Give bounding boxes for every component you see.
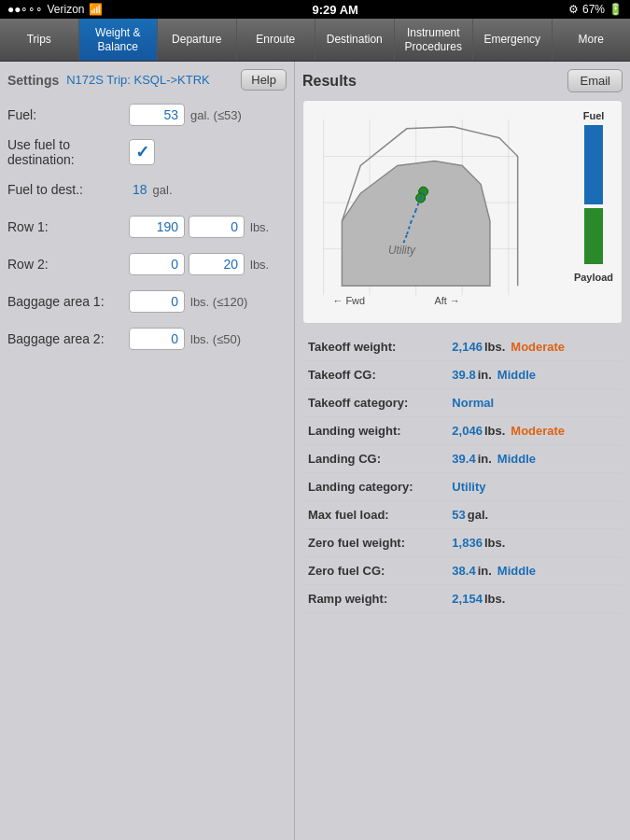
tab-trips[interactable]: Trips	[0, 19, 79, 61]
settings-title: Settings	[7, 73, 59, 88]
baggage1-row: Baggage area 1: lbs. (≤120)	[7, 287, 287, 316]
table-row: Takeoff category: Normal	[302, 389, 623, 417]
result-val-5: Utility	[446, 473, 623, 501]
panel-header: Settings N172S Trip: KSQL->KTRK Help	[7, 69, 287, 91]
fuel-label: Fuel:	[7, 107, 129, 122]
results-table: Takeoff weight: 2,146 lbs. Moderate Take…	[302, 333, 623, 613]
svg-text:← Fwd: ← Fwd	[333, 295, 366, 306]
table-row: Landing weight: 2,046 lbs. Moderate	[302, 417, 623, 445]
result-key-0: Takeoff weight:	[302, 333, 446, 361]
payload-legend-label: Payload	[574, 272, 613, 283]
result-val-0: 2,146 lbs. Moderate	[446, 333, 623, 361]
carrier-label: Verizon	[48, 3, 85, 16]
fuel-unit: gal. (≤53)	[190, 108, 242, 122]
table-row: Ramp weight: 2,154 lbs.	[302, 585, 623, 613]
help-button[interactable]: Help	[241, 69, 287, 91]
cg-chart: Utility ← Fwd Aft →	[302, 100, 623, 324]
result-val-8: 38.4 in. Middle	[446, 557, 623, 585]
status-time: 9:29 AM	[313, 3, 358, 17]
fuel-input[interactable]	[129, 104, 185, 126]
fuel-to-dest-label: Fuel to dest.:	[7, 182, 129, 197]
chart-legend: Fuel Payload	[566, 101, 622, 323]
baggage2-label: Baggage area 2:	[7, 331, 129, 346]
battery-icon: 🔋	[609, 3, 623, 16]
tab-destination[interactable]: Destination	[315, 19, 395, 61]
result-key-1: Takeoff CG:	[302, 361, 446, 389]
row2-inputs	[129, 253, 245, 275]
result-key-9: Ramp weight:	[302, 585, 446, 613]
baggage1-input[interactable]	[129, 290, 185, 313]
result-val-2: Normal	[446, 389, 623, 417]
result-key-4: Landing CG:	[302, 445, 446, 473]
result-val-4: 39.4 in. Middle	[446, 445, 623, 473]
fuel-to-dest-row: Fuel to dest.: 18 gal.	[7, 175, 287, 204]
tab-enroute[interactable]: Enroute	[237, 19, 316, 61]
row1-row: Row 1: lbs.	[7, 212, 287, 242]
baggage2-row: Baggage area 2: lbs. (≤50)	[7, 324, 287, 354]
chart-area: Utility ← Fwd Aft →	[303, 101, 566, 323]
fuel-row: Fuel: gal. (≤53)	[7, 100, 287, 130]
result-key-7: Zero fuel weight:	[302, 529, 446, 557]
bluetooth-icon: ⚙	[568, 3, 579, 16]
trip-subtitle: N172S Trip: KSQL->KTRK	[66, 73, 210, 87]
email-button[interactable]: Email	[567, 69, 623, 92]
check-icon: ✓	[135, 142, 149, 162]
use-fuel-row: Use fuel todestination: ✓	[7, 137, 287, 167]
row2-input2[interactable]	[189, 253, 245, 275]
fuel-to-dest-unit: gal.	[153, 183, 173, 197]
settings-panel: Settings N172S Trip: KSQL->KTRK Help Fue…	[0, 62, 295, 840]
use-fuel-label: Use fuel todestination:	[7, 137, 129, 167]
signal-dots: ●●∘∘∘	[7, 3, 44, 16]
result-val-7: 1,836 lbs.	[446, 529, 623, 557]
tab-emergency[interactable]: Emergency	[473, 19, 553, 61]
row1-inputs	[129, 216, 245, 238]
results-header: Results Email	[302, 69, 623, 92]
fuel-legend-label: Fuel	[583, 110, 605, 121]
status-bar: ●●∘∘∘ Verizon 📶 9:29 AM ⚙ 67% 🔋	[0, 0, 630, 19]
row1-label: Row 1:	[7, 219, 129, 234]
results-title: Results	[302, 73, 357, 90]
tab-weight-balance[interactable]: Weight &Balance	[79, 19, 159, 61]
baggage1-unit: lbs. (≤120)	[190, 295, 247, 309]
battery-label: 67%	[582, 3, 605, 16]
table-row: Zero fuel CG: 38.4 in. Middle	[302, 557, 623, 585]
table-row: Landing category: Utility	[302, 473, 623, 501]
result-val-3: 2,046 lbs. Moderate	[446, 417, 623, 445]
row2-input1[interactable]	[129, 253, 185, 275]
row1-unit: lbs.	[250, 220, 269, 234]
tab-departure[interactable]: Departure	[158, 19, 237, 61]
results-panel: Results Email Util	[295, 62, 630, 840]
wifi-icon: 📶	[89, 3, 103, 16]
table-row: Max fuel load: 53 gal.	[302, 501, 623, 529]
result-val-6: 53 gal.	[446, 501, 623, 529]
status-left: ●●∘∘∘ Verizon 📶	[7, 3, 103, 16]
row2-unit: lbs.	[250, 258, 269, 272]
table-row: Takeoff CG: 39.8 in. Middle	[302, 361, 623, 389]
result-key-2: Takeoff category:	[302, 389, 446, 417]
result-key-3: Landing weight:	[302, 417, 446, 445]
svg-text:Utility: Utility	[388, 244, 416, 257]
table-row: Landing CG: 39.4 in. Middle	[302, 445, 623, 473]
baggage2-unit: lbs. (≤50)	[190, 332, 241, 346]
tab-instrument-procedures[interactable]: InstrumentProcedures	[395, 19, 474, 61]
result-key-8: Zero fuel CG:	[302, 557, 446, 585]
nav-bar: Trips Weight &Balance Departure Enroute …	[0, 19, 630, 62]
row2-label: Row 2:	[7, 257, 129, 272]
svg-marker-8	[342, 161, 490, 287]
cg-svg: Utility ← Fwd Aft →	[313, 110, 556, 314]
tab-more[interactable]: More	[553, 19, 631, 61]
baggage2-input[interactable]	[129, 328, 185, 350]
baggage1-label: Baggage area 1:	[7, 294, 129, 309]
main-content: Settings N172S Trip: KSQL->KTRK Help Fue…	[0, 62, 630, 840]
table-row: Zero fuel weight: 1,836 lbs.	[302, 529, 623, 557]
result-key-5: Landing category:	[302, 473, 446, 501]
payload-bar	[584, 208, 603, 264]
result-val-1: 39.8 in. Middle	[446, 361, 623, 389]
use-fuel-checkbox[interactable]: ✓	[129, 139, 155, 165]
result-val-9: 2,154 lbs.	[446, 585, 623, 613]
row1-input1[interactable]	[129, 216, 185, 238]
svg-text:Aft →: Aft →	[435, 295, 460, 306]
fuel-to-dest-value: 18	[133, 182, 147, 197]
row1-input2[interactable]	[189, 216, 245, 238]
result-key-6: Max fuel load:	[302, 501, 446, 529]
